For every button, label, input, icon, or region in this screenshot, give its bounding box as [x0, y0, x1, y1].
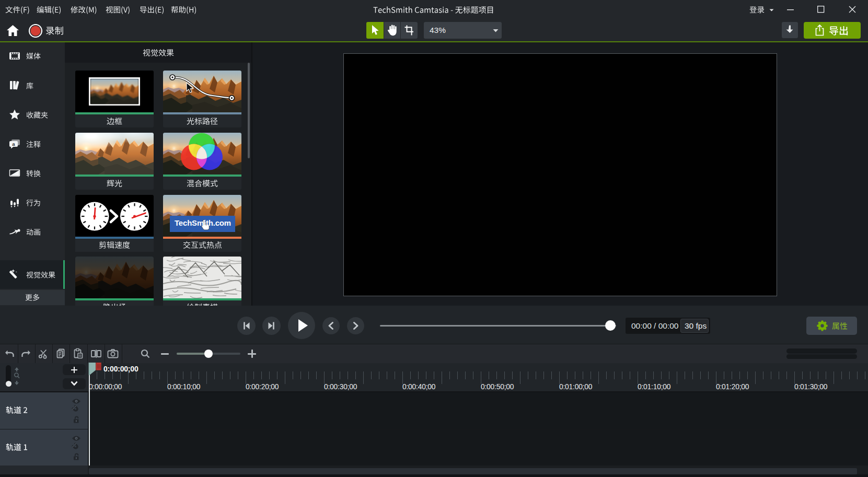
svg-text:a: a	[12, 141, 15, 147]
